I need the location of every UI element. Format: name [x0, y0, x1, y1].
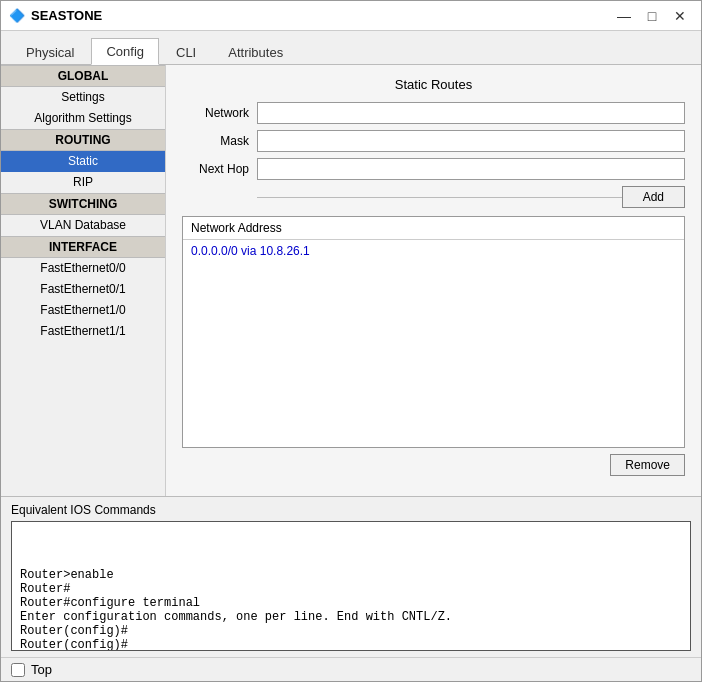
sidebar-item-fastethernet11[interactable]: FastEthernet1/1 [1, 321, 165, 342]
nexthop-row: Next Hop [182, 158, 685, 180]
network-table-header: Network Address [183, 217, 684, 240]
main-content: GLOBAL Settings Algorithm Settings ROUTI… [1, 65, 701, 496]
close-button[interactable]: ✕ [667, 6, 693, 26]
separator-line [257, 197, 622, 198]
sidebar-header-interface: INTERFACE [1, 236, 165, 258]
maximize-button[interactable]: □ [639, 6, 665, 26]
sidebar-header-global: GLOBAL [1, 65, 165, 87]
sidebar-item-settings[interactable]: Settings [1, 87, 165, 108]
remove-button[interactable]: Remove [610, 454, 685, 476]
sidebar-item-vlan-database[interactable]: VLAN Database [1, 215, 165, 236]
remove-row: Remove [182, 454, 685, 476]
ios-line-6: Enter configuration commands, one per li… [20, 610, 682, 624]
tab-cli[interactable]: CLI [161, 39, 211, 65]
sidebar-item-fastethernet00[interactable]: FastEthernet0/0 [1, 258, 165, 279]
title-bar: 🔷 SEASTONE — □ ✕ [1, 1, 701, 31]
title-bar-left: 🔷 SEASTONE [9, 8, 102, 24]
ios-label: Equivalent IOS Commands [11, 503, 691, 517]
tab-physical[interactable]: Physical [11, 39, 89, 65]
static-routes-title: Static Routes [182, 77, 685, 92]
sidebar-item-algorithm-settings[interactable]: Algorithm Settings [1, 108, 165, 129]
tabs-bar: Physical Config CLI Attributes [1, 31, 701, 65]
ios-line-1 [20, 540, 682, 554]
ios-line-5: Router#configure terminal [20, 596, 682, 610]
network-entry-0[interactable]: 0.0.0.0/0 via 10.8.26.1 [183, 240, 684, 262]
content-area: Static Routes Network Mask Next Hop Add [166, 65, 701, 496]
tab-attributes[interactable]: Attributes [213, 39, 298, 65]
ios-line-0 [20, 526, 682, 540]
app-icon: 🔷 [9, 8, 25, 24]
mask-row: Mask [182, 130, 685, 152]
sidebar-header-routing: ROUTING [1, 129, 165, 151]
network-input[interactable] [257, 102, 685, 124]
nexthop-label: Next Hop [182, 162, 257, 176]
minimize-button[interactable]: — [611, 6, 637, 26]
top-checkbox[interactable] [11, 663, 25, 677]
bottom-bar: Top [1, 657, 701, 681]
ios-line-7: Router(config)# [20, 624, 682, 638]
sidebar-header-switching: SWITCHING [1, 193, 165, 215]
ios-terminal[interactable]: Router>enable Router# Router#configure t… [11, 521, 691, 651]
sidebar-item-fastethernet10[interactable]: FastEthernet1/0 [1, 300, 165, 321]
mask-input[interactable] [257, 130, 685, 152]
network-row: Network [182, 102, 685, 124]
sidebar-item-rip[interactable]: RIP [1, 172, 165, 193]
ios-line-2 [20, 554, 682, 568]
nexthop-input[interactable] [257, 158, 685, 180]
network-label: Network [182, 106, 257, 120]
ios-line-8: Router(config)# [20, 638, 682, 651]
sidebar: GLOBAL Settings Algorithm Settings ROUTI… [1, 65, 166, 496]
add-row: Add [182, 186, 685, 208]
add-button[interactable]: Add [622, 186, 685, 208]
ios-section: Equivalent IOS Commands Router>enable Ro… [1, 496, 701, 657]
title-bar-controls: — □ ✕ [611, 6, 693, 26]
network-address-table: Network Address 0.0.0.0/0 via 10.8.26.1 [182, 216, 685, 448]
main-window: 🔷 SEASTONE — □ ✕ Physical Config CLI Att… [0, 0, 702, 682]
top-label: Top [31, 662, 52, 677]
ios-line-3: Router>enable [20, 568, 682, 582]
ios-line-4: Router# [20, 582, 682, 596]
window-title: SEASTONE [31, 8, 102, 23]
checkbox-area: Top [11, 662, 52, 677]
sidebar-item-static[interactable]: Static [1, 151, 165, 172]
sidebar-scroll[interactable]: GLOBAL Settings Algorithm Settings ROUTI… [1, 65, 165, 496]
sidebar-item-fastethernet01[interactable]: FastEthernet0/1 [1, 279, 165, 300]
mask-label: Mask [182, 134, 257, 148]
tab-config[interactable]: Config [91, 38, 159, 65]
